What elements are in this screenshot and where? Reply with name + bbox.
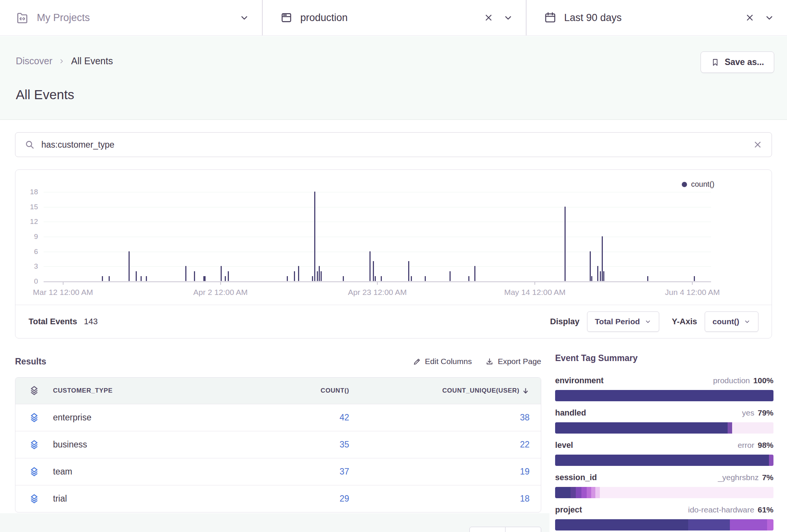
tag-top-percent: 61% [758,505,773,514]
close-icon[interactable] [745,13,755,23]
column-header-customer-type[interactable]: customer_type [53,387,236,394]
pagination-prev-button[interactable] [469,527,505,532]
tag-bar-segment [769,455,773,466]
total-events-label: Total Events [29,317,77,326]
tag-block-environment: environment production 100% [555,376,773,401]
x-axis-tick [377,282,378,285]
daterange-selector[interactable]: Last 90 days [527,0,787,35]
breadcrumb-discover-link[interactable]: Discover [16,56,52,66]
tag-distribution-bar[interactable] [555,422,773,434]
chevron-right-icon [58,58,65,65]
page-filter-bar: My Projects production Last 90 days [0,0,787,36]
search-clear-icon[interactable] [753,140,763,150]
table-row[interactable]: business 35 22 [15,431,541,458]
edit-columns-button[interactable]: Edit Columns [413,357,472,366]
tag-bar-segment [595,487,600,498]
chart-bar [565,207,566,281]
tag-distribution-bar[interactable] [555,390,773,401]
tag-top-value[interactable]: production [713,376,750,385]
cell-count-unique[interactable]: 18 [360,494,541,504]
cell-count[interactable]: 42 [236,413,360,423]
tag-name: environment [555,376,604,385]
projects-icon [16,11,29,24]
stack-icon [15,439,53,450]
yaxis-dropdown[interactable]: count() [705,311,758,332]
sort-descending-icon [522,387,530,395]
breadcrumb: Discover All Events [16,56,113,66]
tag-bar-segment [688,519,729,530]
cell-count-unique[interactable]: 22 [360,440,541,450]
tag-top-value[interactable]: _yeghrsbnz [718,473,759,482]
column-header-count-unique[interactable]: count_unique(user) [360,387,541,395]
tag-bar-segment [600,487,773,498]
cell-count-unique[interactable]: 19 [360,467,541,477]
chevron-down-icon[interactable] [503,13,513,23]
tag-block-project: project ido-react-hardware 61% [555,505,773,530]
table-header-row: customer_type count() count_unique(user) [15,378,541,404]
export-page-button[interactable]: Export Page [485,357,541,366]
tag-top-value[interactable]: yes [742,408,754,417]
tag-distribution-bar[interactable] [555,487,773,498]
chevron-down-icon[interactable] [764,13,774,23]
chart-bar [298,266,299,281]
y-axis-tick-label: 9 [34,233,38,241]
tag-bar-segment [581,487,587,498]
tag-bar-segment [576,487,581,498]
results-table: customer_type count() count_unique(user)… [15,377,541,512]
search-bar[interactable]: has:customer_type [15,132,772,157]
chart-bar [317,271,318,281]
tag-bar-segment [587,487,591,498]
tag-bar-segment [555,390,773,401]
column-header-count[interactable]: count() [236,387,360,394]
chart-footer: Total Events 143 Display Total Period Y-… [15,305,772,338]
table-row[interactable]: trial 29 18 [15,485,541,512]
cell-customer-type: trial [53,494,236,504]
tag-distribution-bar[interactable] [555,519,773,530]
tag-bar-segment [730,519,767,530]
chart-bar [314,192,315,281]
cell-count[interactable]: 29 [236,494,360,504]
event-tag-summary: Event Tag Summary environment production… [555,353,773,532]
cell-count-unique[interactable]: 38 [360,413,541,423]
environment-selector[interactable]: production [263,0,527,35]
chart-bar [136,271,137,281]
chart-bar [411,276,412,281]
pagination-next-button[interactable] [505,527,541,532]
chart-bar [321,271,322,281]
tag-distribution-bar[interactable] [555,455,773,466]
chart-bar [221,266,222,281]
search-input[interactable]: has:customer_type [41,140,114,150]
tag-top-percent: 79% [758,408,773,417]
project-selector[interactable]: My Projects [0,0,263,35]
tag-bar-segment [555,519,688,530]
chart-legend[interactable]: count() [682,180,714,189]
chart-bar [603,271,604,281]
save-as-button[interactable]: Save as... [701,51,774,73]
chart-bar [600,271,601,281]
cell-count[interactable]: 35 [236,440,360,450]
tag-top-value[interactable]: error [738,441,754,450]
chart-bar [312,276,313,281]
discover-page: My Projects production Last 90 days Disc… [0,0,787,532]
chart-bar [294,271,295,281]
chart-bar [597,266,598,281]
edit-columns-label: Edit Columns [425,357,472,366]
chart-bar [203,276,204,281]
cell-count[interactable]: 37 [236,467,360,477]
close-icon[interactable] [484,13,493,23]
gridline [44,192,711,192]
display-dropdown[interactable]: Total Period [587,311,659,332]
calendar-icon [544,11,557,24]
chart-bar [102,276,103,281]
chevron-down-icon[interactable] [239,13,249,23]
gridline [44,237,711,237]
tag-top-value[interactable]: ido-react-hardware [688,505,754,514]
table-row[interactable]: team 37 19 [15,458,541,485]
chart-bar [694,276,695,281]
chart-bar [109,276,110,281]
cell-customer-type: enterprise [53,413,236,423]
y-axis-tick-label: 15 [30,203,38,211]
chart-bar [373,261,374,281]
breadcrumb-current: All Events [71,56,113,66]
table-row[interactable]: enterprise 42 38 [15,404,541,431]
